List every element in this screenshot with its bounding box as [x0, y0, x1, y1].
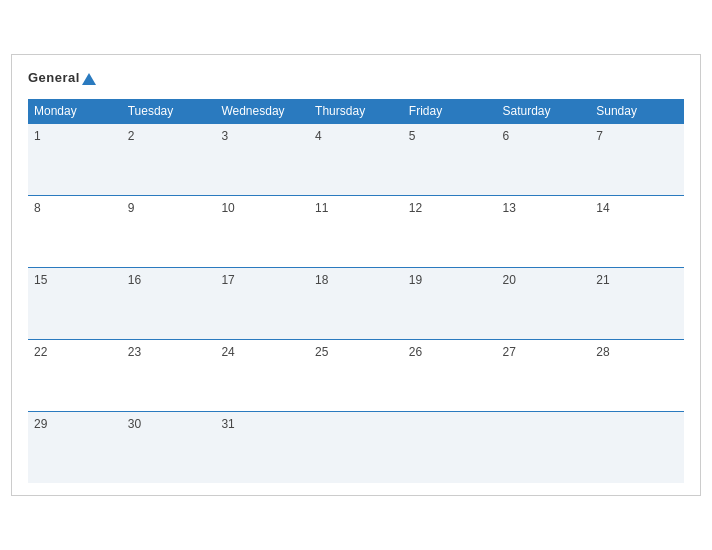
calendar-cell: 21	[590, 267, 684, 339]
day-number: 1	[34, 129, 41, 143]
calendar-cell: 3	[215, 123, 309, 195]
week-row-1: 1234567	[28, 123, 684, 195]
weekday-header-sunday: Sunday	[590, 99, 684, 124]
day-number: 14	[596, 201, 609, 215]
calendar-cell: 22	[28, 339, 122, 411]
week-row-4: 22232425262728	[28, 339, 684, 411]
calendar-cell: 17	[215, 267, 309, 339]
logo: General	[28, 71, 96, 85]
calendar-thead: MondayTuesdayWednesdayThursdayFridaySatu…	[28, 99, 684, 124]
day-number: 25	[315, 345, 328, 359]
calendar-cell: 8	[28, 195, 122, 267]
calendar-cell: 23	[122, 339, 216, 411]
weekday-header-wednesday: Wednesday	[215, 99, 309, 124]
day-number: 4	[315, 129, 322, 143]
calendar-cell: 6	[497, 123, 591, 195]
day-number: 9	[128, 201, 135, 215]
calendar-cell	[403, 411, 497, 483]
calendar-cell: 5	[403, 123, 497, 195]
calendar-cell: 7	[590, 123, 684, 195]
day-number: 28	[596, 345, 609, 359]
calendar-cell	[497, 411, 591, 483]
calendar-cell	[309, 411, 403, 483]
day-number: 24	[221, 345, 234, 359]
day-number: 7	[596, 129, 603, 143]
week-row-3: 15161718192021	[28, 267, 684, 339]
logo-general-text: General	[28, 71, 96, 85]
day-number: 16	[128, 273, 141, 287]
calendar-cell: 12	[403, 195, 497, 267]
day-number: 21	[596, 273, 609, 287]
day-number: 12	[409, 201, 422, 215]
day-number: 13	[503, 201, 516, 215]
calendar-cell: 29	[28, 411, 122, 483]
day-number: 20	[503, 273, 516, 287]
calendar-cell: 30	[122, 411, 216, 483]
calendar-cell: 9	[122, 195, 216, 267]
calendar-cell: 19	[403, 267, 497, 339]
calendar-table: MondayTuesdayWednesdayThursdayFridaySatu…	[28, 99, 684, 484]
calendar-cell: 1	[28, 123, 122, 195]
day-number: 15	[34, 273, 47, 287]
day-number: 11	[315, 201, 328, 215]
calendar-cell: 2	[122, 123, 216, 195]
day-number: 17	[221, 273, 234, 287]
day-number: 6	[503, 129, 510, 143]
calendar-cell: 25	[309, 339, 403, 411]
weekday-header-thursday: Thursday	[309, 99, 403, 124]
day-number: 22	[34, 345, 47, 359]
day-number: 8	[34, 201, 41, 215]
week-row-2: 891011121314	[28, 195, 684, 267]
weekday-header-tuesday: Tuesday	[122, 99, 216, 124]
day-number: 26	[409, 345, 422, 359]
calendar-cell: 10	[215, 195, 309, 267]
day-number: 27	[503, 345, 516, 359]
logo-triangle-icon	[82, 73, 96, 85]
calendar-cell: 14	[590, 195, 684, 267]
weekday-header-monday: Monday	[28, 99, 122, 124]
calendar-cell: 31	[215, 411, 309, 483]
day-number: 2	[128, 129, 135, 143]
calendar-container: General MondayTuesdayWednesdayThursdayFr…	[11, 54, 701, 496]
calendar-cell: 18	[309, 267, 403, 339]
weekday-header-row: MondayTuesdayWednesdayThursdayFridaySatu…	[28, 99, 684, 124]
calendar-cell: 20	[497, 267, 591, 339]
weekday-header-saturday: Saturday	[497, 99, 591, 124]
day-number: 3	[221, 129, 228, 143]
calendar-cell: 26	[403, 339, 497, 411]
calendar-cell: 11	[309, 195, 403, 267]
calendar-cell: 27	[497, 339, 591, 411]
calendar-header: General	[28, 71, 684, 85]
day-number: 10	[221, 201, 234, 215]
calendar-tbody: 1234567891011121314151617181920212223242…	[28, 123, 684, 483]
calendar-cell: 28	[590, 339, 684, 411]
weekday-header-friday: Friday	[403, 99, 497, 124]
day-number: 31	[221, 417, 234, 431]
week-row-5: 293031	[28, 411, 684, 483]
day-number: 18	[315, 273, 328, 287]
calendar-cell: 4	[309, 123, 403, 195]
day-number: 19	[409, 273, 422, 287]
day-number: 29	[34, 417, 47, 431]
calendar-cell: 15	[28, 267, 122, 339]
calendar-cell	[590, 411, 684, 483]
day-number: 30	[128, 417, 141, 431]
day-number: 5	[409, 129, 416, 143]
calendar-cell: 16	[122, 267, 216, 339]
day-number: 23	[128, 345, 141, 359]
calendar-cell: 13	[497, 195, 591, 267]
calendar-cell: 24	[215, 339, 309, 411]
